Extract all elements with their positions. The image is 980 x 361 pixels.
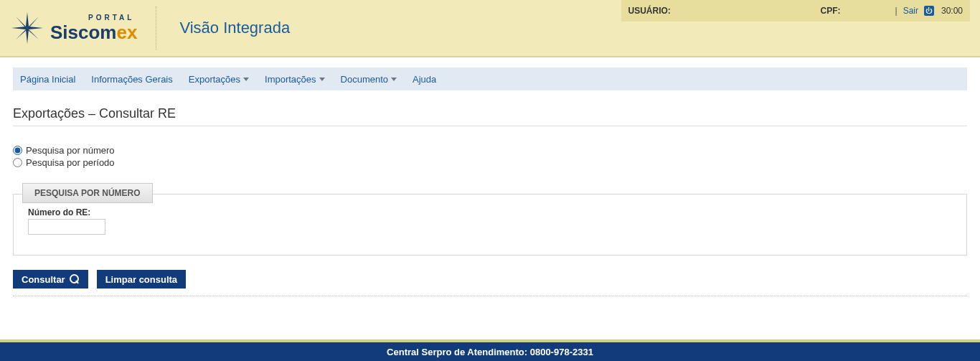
logout-link[interactable]: Sair [903, 6, 918, 16]
svg-marker-6 [16, 28, 27, 39]
limpar-button[interactable]: Limpar consulta [97, 270, 186, 289]
svg-marker-7 [27, 28, 39, 39]
radio-pesquisa-periodo[interactable]: Pesquisa por período [13, 157, 967, 168]
footer-bar: Central Serpro de Atendimento: 0800-978-… [0, 339, 980, 361]
limpar-button-label: Limpar consulta [105, 274, 177, 285]
nav-documento[interactable]: Documento [341, 74, 397, 85]
radio-pesquisa-numero-input[interactable] [13, 146, 22, 155]
consultar-button-label: Consultar [22, 274, 65, 285]
svg-marker-0 [26, 12, 29, 28]
chevron-down-icon [319, 78, 325, 81]
logo-portal-label: PORTAL [88, 14, 137, 22]
svg-marker-3 [27, 27, 43, 29]
pesquisa-por-numero-fieldset: PESQUISA POR NÚMERO Número do RE: [13, 194, 967, 255]
chevron-down-icon [243, 78, 249, 81]
nav-informacoes-gerais[interactable]: Informações Gerais [91, 74, 172, 85]
nav-pagina-inicial[interactable]: Página Inicial [20, 74, 75, 85]
svg-marker-4 [16, 17, 27, 28]
radio-pesquisa-periodo-input[interactable] [13, 158, 22, 167]
logo-text: PORTAL Siscomex [50, 14, 137, 42]
compass-rose-icon [10, 11, 44, 45]
svg-marker-5 [27, 17, 39, 28]
power-icon: ⏻ [924, 6, 934, 16]
search-icon [70, 274, 80, 284]
separator: | [895, 6, 897, 16]
nav-exportacoes[interactable]: Exportações [189, 74, 249, 85]
search-mode-radio-group: Pesquisa por número Pesquisa por período [13, 145, 967, 168]
session-timer: 30:00 [941, 6, 963, 16]
user-bar: USUÁRIO: CPF: | Sair ⏻ 30:00 [621, 0, 971, 22]
header-bar: PORTAL Siscomex Visão Integrada USUÁRIO:… [0, 0, 980, 57]
numero-re-label: Número do RE: [28, 207, 952, 217]
usuario-label: USUÁRIO: [628, 6, 671, 16]
main-nav: Página Inicial Informações Gerais Export… [13, 67, 967, 90]
fieldset-legend: PESQUISA POR NÚMERO [22, 183, 153, 203]
page-title: Exportações – Consultar RE [13, 106, 967, 126]
app-title: Visão Integrada [179, 19, 290, 37]
footer-text: Central Serpro de Atendimento: 0800-978-… [387, 347, 593, 357]
cpf-label: CPF: [821, 6, 841, 16]
chevron-down-icon [391, 78, 397, 81]
svg-marker-2 [11, 27, 27, 29]
consultar-button[interactable]: Consultar [13, 270, 88, 289]
separator-line [13, 296, 967, 296]
svg-marker-1 [26, 28, 29, 44]
nav-importacoes[interactable]: Importações [265, 74, 325, 85]
radio-pesquisa-numero-label: Pesquisa por número [26, 145, 115, 156]
usuario-block: USUÁRIO: [628, 6, 815, 16]
action-buttons: Consultar Limpar consulta [13, 270, 967, 289]
radio-pesquisa-numero[interactable]: Pesquisa por número [13, 145, 967, 156]
nav-ajuda[interactable]: Ajuda [413, 74, 436, 85]
logo-siscomex-label: Siscomex [50, 23, 137, 42]
logo: PORTAL Siscomex [10, 6, 156, 50]
numero-re-input[interactable] [28, 219, 105, 235]
radio-pesquisa-periodo-label: Pesquisa por período [26, 157, 115, 168]
cpf-block: CPF: [821, 6, 890, 16]
